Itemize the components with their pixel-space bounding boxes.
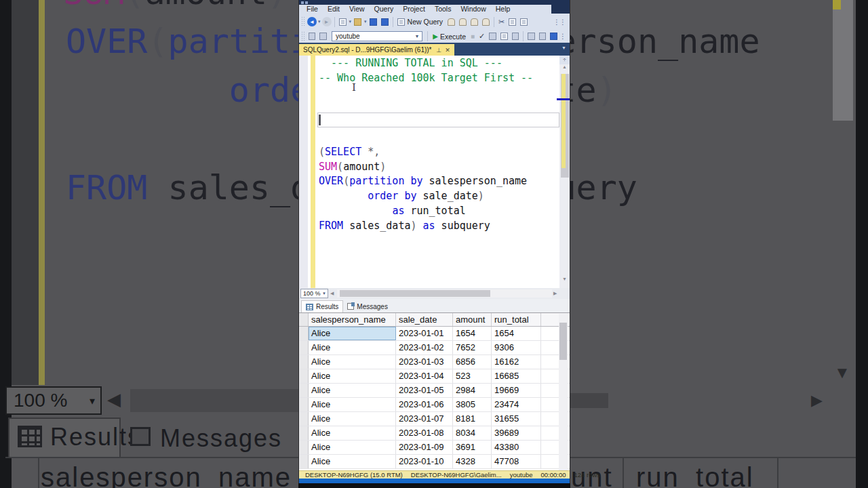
grid-cell[interactable]: Alice	[309, 426, 396, 440]
grid-cell[interactable]: Alice	[309, 412, 396, 426]
new-query-icon[interactable]	[397, 18, 405, 26]
row-header[interactable]	[299, 384, 309, 397]
toolbar-icon[interactable]	[528, 33, 535, 40]
scroll-down-icon[interactable]: ▼	[559, 277, 570, 286]
editor-zoom-combobox[interactable]: 100 % ▼	[300, 289, 328, 298]
column-header-sale_date[interactable]: sale_date	[396, 313, 453, 326]
close-icon[interactable]: ✕	[445, 47, 450, 54]
chevron-down-icon[interactable]: ▼	[322, 291, 328, 296]
menu-window[interactable]: Window	[456, 5, 490, 14]
grid-cell[interactable]: 2023-01-07	[396, 412, 453, 426]
grid-cell[interactable]: 43380	[492, 441, 541, 454]
dmx-query-button[interactable]	[459, 18, 467, 26]
menu-tools[interactable]: Tools	[430, 5, 456, 14]
scroll-up-icon[interactable]: ▲	[559, 64, 570, 74]
sql-code[interactable]: --- RUNNING TOTAL in SQL --- -- Who Reac…	[319, 56, 533, 234]
row-header[interactable]	[299, 355, 309, 369]
row-header[interactable]	[299, 369, 309, 383]
grid-cell[interactable]: 4328	[453, 455, 492, 468]
navigate-forward-button[interactable]: ►	[322, 17, 332, 26]
menu-query[interactable]: Query	[370, 5, 399, 14]
grid-cell[interactable]: 16162	[492, 355, 541, 369]
pin-icon[interactable]: ⊣	[435, 47, 441, 53]
menu-file[interactable]: File	[302, 5, 323, 14]
tab-results[interactable]: Results	[301, 300, 343, 312]
row-header-corner[interactable]	[299, 313, 309, 326]
editor-horizontal-scrollbar[interactable]	[337, 289, 552, 298]
grid-cell[interactable]: 2023-01-08	[396, 426, 453, 440]
row-header[interactable]	[299, 327, 309, 340]
grid-cell[interactable]: 523	[453, 369, 492, 383]
open-file-dropdown-icon[interactable]: ▾	[364, 19, 367, 24]
chevron-down-icon[interactable]: ▼	[414, 34, 422, 39]
scroll-left-icon[interactable]: ◀	[330, 291, 334, 296]
row-header[interactable]	[299, 455, 309, 468]
table-row[interactable]: Alice2023-01-08803439689	[299, 426, 570, 441]
back-dropdown-icon[interactable]: ▾	[318, 19, 321, 24]
new-query-button[interactable]: New Query	[408, 18, 443, 26]
stop-icon[interactable]: ■	[471, 33, 475, 40]
grid-cell[interactable]: 47708	[492, 455, 541, 468]
grid-cell[interactable]: 19669	[492, 384, 541, 397]
grid-cell[interactable]: 8181	[453, 412, 492, 426]
grid-cell[interactable]: 16685	[492, 369, 541, 383]
grid-cell[interactable]: 1654	[492, 327, 541, 340]
grid-cell[interactable]: 2984	[453, 384, 492, 397]
grid-cell[interactable]: 31655	[492, 412, 541, 426]
parse-check-icon[interactable]: ✓	[479, 32, 485, 41]
grid-cell[interactable]: 2023-01-09	[396, 441, 453, 454]
table-row[interactable]: Alice2023-01-05298419669	[299, 384, 570, 398]
grid-cell[interactable]: Alice	[309, 369, 396, 383]
grid-cell[interactable]: 2023-01-06	[396, 398, 453, 411]
toolbar-icon[interactable]	[550, 33, 557, 40]
scroll-right-icon[interactable]: ▶	[553, 291, 557, 296]
execute-button[interactable]: Execute	[440, 33, 466, 41]
table-row[interactable]: Alice2023-01-0452316685	[299, 369, 570, 384]
tab-messages[interactable]: Messages	[343, 300, 392, 312]
row-header[interactable]	[299, 412, 309, 426]
column-header-amount[interactable]: amount	[453, 313, 492, 326]
table-row[interactable]: Alice2023-01-0116541654	[299, 327, 570, 341]
grid-cell[interactable]: Alice	[309, 384, 396, 397]
dax-query-button[interactable]	[482, 18, 490, 26]
column-header-run_total[interactable]: run_total	[492, 313, 541, 326]
cut-icon[interactable]: ✂	[498, 18, 505, 26]
save-all-button[interactable]	[381, 18, 389, 26]
copy-button[interactable]	[509, 18, 516, 26]
change-connection-icon[interactable]	[319, 33, 327, 40]
grid-cell[interactable]: 2023-01-02	[396, 341, 453, 354]
toolbar-grip[interactable]	[301, 31, 304, 42]
toolbar-icon[interactable]	[489, 33, 496, 40]
open-file-button[interactable]	[354, 18, 361, 26]
menu-project[interactable]: Project	[398, 5, 430, 14]
table-row[interactable]: Alice2023-01-03685616162	[299, 355, 570, 369]
toolbar-overflow-icon[interactable]: ⋮⋮	[553, 18, 566, 26]
grid-cell[interactable]: 9306	[492, 341, 541, 354]
mdx-query-button[interactable]	[448, 18, 455, 26]
results-grid[interactable]: salesperson_namesale_dateamountrun_total…	[299, 312, 570, 470]
execute-play-icon[interactable]: ▶	[433, 33, 438, 40]
grid-cell[interactable]: 1654	[453, 327, 492, 340]
grid-cell[interactable]: 3691	[453, 441, 492, 454]
splitter-handle[interactable]: ÷	[559, 56, 570, 64]
sql-editor[interactable]: --- RUNNING TOTAL in SQL --- -- Who Reac…	[299, 56, 570, 288]
grid-cell[interactable]: 2023-01-10	[396, 455, 453, 468]
table-row[interactable]: Alice2023-01-07818131655	[299, 412, 570, 426]
grid-cell[interactable]: 8034	[453, 426, 492, 440]
menu-view[interactable]: View	[344, 5, 370, 14]
grid-vertical-scrollbar[interactable]	[559, 314, 568, 470]
toolbar-icon[interactable]	[512, 33, 519, 40]
grid-cell[interactable]: 23474	[492, 398, 541, 411]
grid-cell[interactable]: Alice	[309, 341, 396, 354]
menu-help[interactable]: Help	[491, 5, 515, 14]
table-row[interactable]: Alice2023-01-09369143380	[299, 441, 570, 455]
grid-cell[interactable]: 39689	[492, 426, 541, 440]
row-header[interactable]	[299, 441, 309, 454]
toolbar-icon[interactable]	[539, 33, 547, 40]
toolbar-overflow-icon[interactable]: ⋮	[559, 33, 566, 40]
table-row[interactable]: Alice2023-01-06380523474	[299, 398, 570, 412]
grid-cell[interactable]: 2023-01-05	[396, 384, 453, 397]
grid-cell[interactable]: 6856	[453, 355, 492, 369]
row-header[interactable]	[299, 426, 309, 440]
scrollbar-thumb[interactable]	[340, 290, 490, 297]
